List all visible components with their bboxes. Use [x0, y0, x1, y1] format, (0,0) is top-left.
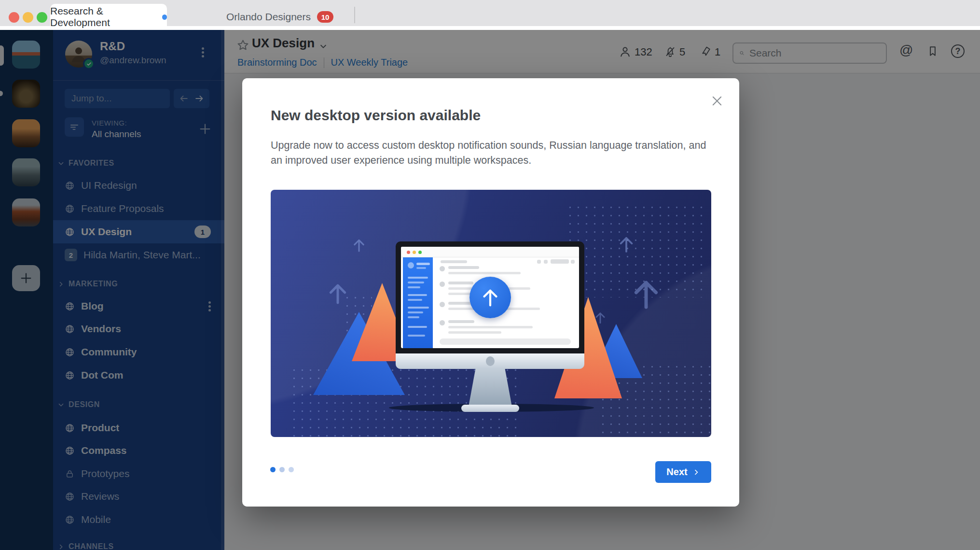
up-arrow-icon [479, 286, 501, 309]
monitor-stand-base [461, 405, 519, 412]
tab-research-and-development[interactable]: Research & Development [50, 4, 167, 30]
tab-orlando-designers[interactable]: Orlando Designers 10 [207, 4, 352, 30]
carousel-dots [270, 467, 294, 472]
upgrade-modal: New desktop version available Upgrade no… [242, 78, 739, 507]
monitor-screen [401, 247, 579, 348]
unread-dot-icon [162, 14, 167, 20]
tab-label: Orlando Designers [226, 11, 311, 23]
up-arrow-icon [616, 234, 636, 254]
chevron-right-icon [692, 468, 700, 476]
up-arrow-icon [628, 276, 664, 312]
monitor-stand-neck [469, 369, 512, 407]
carousel-dot[interactable] [289, 467, 294, 472]
os-tab-bar: Research & Development Orlando Designers… [0, 0, 980, 30]
close-icon[interactable] [710, 94, 724, 108]
traffic-light-close-icon[interactable] [9, 12, 19, 23]
carousel-dot[interactable] [279, 467, 285, 472]
modal-title: New desktop version available [271, 107, 481, 124]
upload-circle-icon [469, 277, 511, 318]
tab-unread-badge: 10 [317, 11, 333, 23]
modal-body-text: Upgrade now to access custom desktop not… [271, 138, 707, 168]
tab-divider [354, 7, 355, 23]
tab-label: Research & Development [50, 5, 157, 28]
up-arrow-icon [325, 281, 351, 307]
monitor-logo-dot [486, 356, 495, 366]
next-button[interactable]: Next [655, 461, 711, 483]
mock-browser-bar [401, 247, 579, 257]
traffic-light-minimize-icon[interactable] [23, 12, 33, 23]
carousel-dot-active[interactable] [270, 467, 276, 472]
traffic-light-zoom-icon[interactable] [37, 12, 47, 23]
next-button-label: Next [666, 466, 687, 478]
app-window: Research & Development Orlando Designers… [0, 0, 980, 550]
mock-app-sidebar [403, 257, 433, 348]
upgrade-illustration [271, 190, 711, 437]
up-arrow-icon [351, 237, 367, 254]
